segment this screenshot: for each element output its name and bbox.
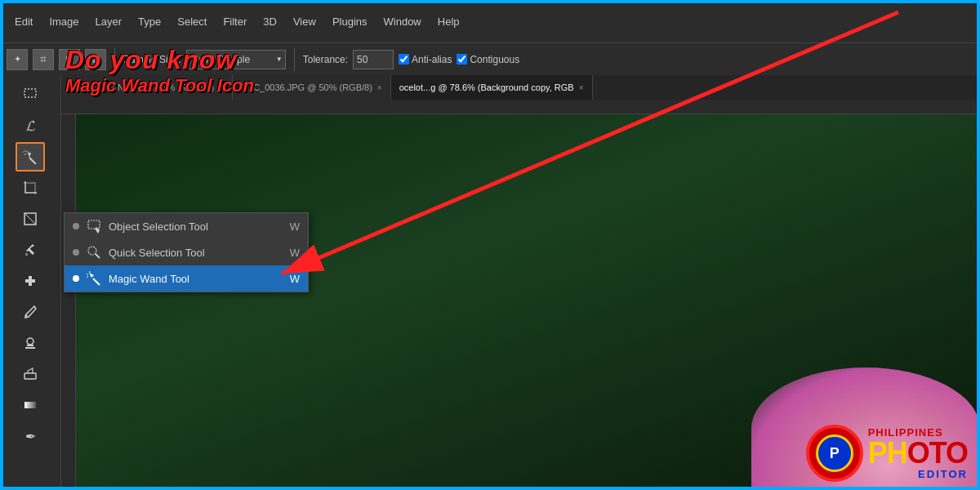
quick-selection-icon [86,244,102,261]
antialias-label: Anti-alias [412,54,452,65]
popup-item-object-label: Object Selection Tool [109,220,208,233]
menu-layer[interactable]: Layer [87,12,131,31]
logo-editor-text: EDITOR [868,468,968,480]
svg-rect-0 [24,89,36,97]
eyedropper-tool-btn[interactable] [16,235,45,265]
menu-select[interactable]: Select [169,12,215,31]
tab-dsc[interactable]: DSC_0036.JPG @ 50% (RGB/8) × [233,75,391,100]
popup-item-magic-label: Magic Wand Tool [109,273,189,285]
menu-view[interactable]: View [285,12,324,31]
antialias-wrap: Anti-alias [399,54,452,65]
gradient-icon [23,398,38,412]
crop-icon [23,180,38,195]
logo-p-letter: P [830,445,840,462]
crop-tool-btn[interactable] [16,173,45,203]
menu-filter[interactable]: Filter [215,12,255,31]
eraser-tool-btn[interactable] [16,359,45,389]
menu-bar: Edit Image Layer Type Select Filter 3D V… [0,0,980,42]
eyedropper-icon [23,243,38,257]
svg-line-21 [96,254,100,258]
logo-text-block: PHILIPPINES PHOTO EDITOR [868,426,968,480]
svg-line-25 [87,276,88,278]
gradient-tool-btn[interactable] [16,390,45,420]
philippines-photo-editor-logo: P PHILIPPINES PHOTO EDITOR [806,425,968,482]
heal-tool-btn[interactable] [16,266,45,296]
options-tool-icon-1[interactable]: ✦ [7,49,28,70]
heal-icon [23,274,38,288]
separator-1 [114,48,115,71]
ruler-top [61,100,980,114]
sample-size-select[interactable]: Point Sample 3 by 3 Average 5 by 5 Avera… [186,50,286,69]
tab-raw[interactable]: RAW_0046.NEF @ 33.3% (RGB/8*) × [61,75,233,100]
contiguous-wrap: Contiguous [457,54,519,65]
selection-icon [23,87,38,102]
tab-raw-label: RAW_0046.NEF @ 33.3% (RGB/8*) [69,82,214,92]
options-bar: ✦ ⌗ ⊞ ⧉ Sample Size: Point Sample 3 by 3… [0,42,980,75]
menu-help[interactable]: Help [430,12,468,31]
brush-tool-btn[interactable] [16,297,45,327]
popup-item-magic-wand[interactable]: Magic Wand Tool W [65,265,308,292]
svg-point-12 [24,314,28,318]
popup-item-quick-label: Quick Selection Tool [109,247,205,259]
menu-image[interactable]: Image [41,12,87,31]
popup-item-quick-selection[interactable]: Quick Selection Tool W [65,239,308,265]
separator-2 [294,48,295,71]
menu-3d[interactable]: 3D [255,12,285,31]
selection-tool-btn[interactable] [16,80,45,109]
options-tool-icon-2[interactable]: ⌗ [33,49,54,70]
svg-rect-17 [24,402,36,408]
tab-ocelot[interactable]: ocelot...g @ 78.6% (Background copy, RGB… [391,75,593,100]
frame-tool-btn[interactable] [16,204,45,234]
logo-oto: OTO [907,436,968,470]
svg-rect-11 [25,279,35,283]
svg-rect-16 [24,373,36,379]
popup-item-object-shortcut: W [290,220,300,233]
tab-ocelot-label: ocelot...g @ 78.6% (Background copy, RGB [399,82,574,92]
antialias-checkbox[interactable] [399,54,409,65]
menu-type[interactable]: Type [130,12,169,31]
logo-photo-text: PHOTO [868,439,968,468]
sample-size-dropdown-wrapper: Point Sample 3 by 3 Average 5 by 5 Avera… [186,50,286,69]
menu-plugins[interactable]: Plugins [324,12,376,31]
sample-size-label: Sample Size: [123,54,181,65]
pen-tool-btn[interactable]: ✒ [16,421,45,451]
popup-dot-2 [73,249,79,256]
popup-dot-3 [73,275,79,282]
stamp-tool-btn[interactable] [16,328,45,358]
svg-marker-2 [28,153,31,158]
contiguous-label: Contiguous [470,54,519,65]
tool-context-menu: Object Selection Tool W Quick Selection … [64,212,309,292]
logo-circle-inner: P [816,434,853,472]
left-toolbar: 𝓛 [0,42,61,490]
contiguous-checkbox[interactable] [457,54,467,65]
menu-window[interactable]: Window [376,12,430,31]
magic-wand-icon [23,149,38,164]
options-tool-icon-4[interactable]: ⧉ [85,49,106,70]
popup-item-magic-shortcut: W [290,273,300,285]
svg-line-22 [93,278,100,285]
tab-ocelot-close[interactable]: × [579,83,584,92]
lasso-tool-btn[interactable]: 𝓛 [16,111,45,140]
options-tool-icon-3[interactable]: ⊞ [59,49,80,70]
tab-raw-close[interactable]: × [219,83,224,92]
menu-edit[interactable]: Edit [7,12,41,31]
magic-wand-popup-icon [86,270,102,287]
tab-dsc-close[interactable]: × [377,83,382,92]
popup-item-object-selection[interactable]: Object Selection Tool W [65,213,308,239]
magic-wand-tool-btn[interactable] [16,142,45,172]
pen-icon: ✒ [25,429,36,444]
popup-item-quick-shortcut: W [290,247,300,259]
tab-bar: RAW_0046.NEF @ 33.3% (RGB/8*) × DSC_0036… [61,75,980,100]
tab-dsc-label: DSC_0036.JPG @ 50% (RGB/8) [241,82,372,92]
svg-marker-19 [95,227,100,234]
popup-dot-1 [73,223,79,229]
eraser-icon [23,367,38,381]
brush-icon [23,305,38,319]
svg-point-20 [88,247,96,255]
tolerance-input[interactable] [353,50,394,69]
frame-icon [23,212,38,226]
stamp-icon [23,336,38,350]
svg-line-8 [24,213,36,225]
object-selection-icon [86,218,102,234]
lasso-icon: 𝓛 [26,118,34,135]
